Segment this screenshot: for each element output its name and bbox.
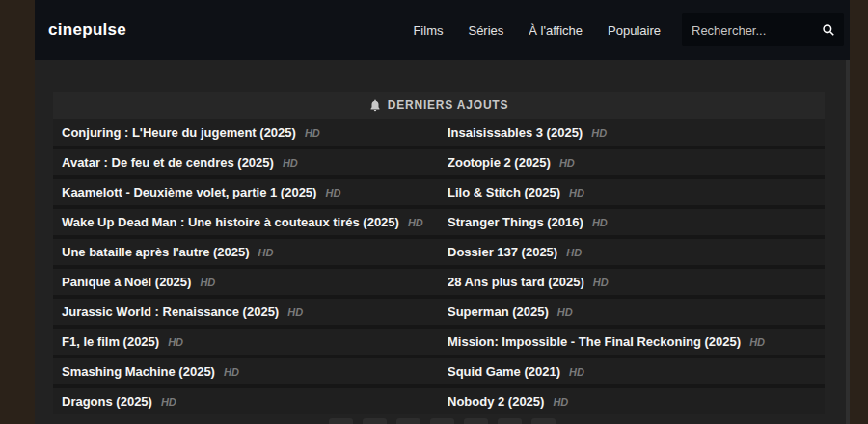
quality-badge: HD [566,247,582,258]
quality-badge: HD [287,306,303,318]
table-row: F1, le film (2025)HD Mission: Impossible… [53,329,825,355]
list-item[interactable]: Jurassic World : Renaissance (2025)HD [53,299,439,325]
list-item[interactable]: 28 Ans plus tard (2025)HD [439,269,825,295]
list-item[interactable]: Smashing Machine (2025)HD [53,358,439,384]
list-item[interactable]: Panique à Noël (2025)HD [53,269,439,295]
bell-icon [369,99,381,112]
quality-badge: HD [593,277,609,288]
table-row: Avatar : De feu et de cendres (2025)HD Z… [53,149,825,175]
movie-title: Kaamelott - Deuxième volet, partie 1 (20… [62,185,316,199]
listing-rows: Conjuring : L'Heure du jugement (2025)HD… [53,119,825,414]
list-item[interactable]: Avatar : De feu et de cendres (2025)HD [53,149,439,175]
site-logo[interactable]: cinepulse [48,20,126,40]
pagination-button[interactable] [396,418,420,424]
pagination-button[interactable] [498,418,522,424]
search-box[interactable] [682,13,844,46]
site-window: cinepulse Films Séries À l'affiche Popul… [35,0,850,424]
list-item[interactable]: Dragons (2025)HD [53,388,439,414]
movie-title: Mission: Impossible - The Final Reckonin… [448,334,741,349]
quality-badge: HD [258,247,274,258]
pagination-button[interactable] [363,418,387,424]
quality-badge: HD [553,396,568,408]
quality-badge: HD [569,187,584,199]
movie-title: F1, le film (2025) [62,334,159,349]
section-header: DERNIERS AJOUTS [53,92,825,119]
table-row: Conjuring : L'Heure du jugement (2025)HD… [53,119,825,146]
quality-badge: HD [591,127,607,139]
quality-badge: HD [161,396,176,408]
pagination [35,418,850,424]
search-input[interactable] [692,23,821,38]
table-row: Panique à Noël (2025)HD 28 Ans plus tard… [53,269,825,295]
list-item[interactable]: Insaisissables 3 (2025)HD [439,119,825,146]
movie-title: Stranger Things (2016) [448,215,583,229]
pagination-button[interactable] [531,418,556,424]
movie-title: 28 Ans plus tard (2025) [448,275,584,289]
table-row: Jurassic World : Renaissance (2025)HD Su… [53,299,825,325]
list-item[interactable]: Zootopie 2 (2025)HD [439,149,825,175]
quality-badge: HD [557,306,573,318]
main-nav: Films Séries À l'affiche Populaire [413,23,661,38]
movie-title: Avatar : De feu et de cendres (2025) [62,155,274,170]
search-icon[interactable] [821,22,836,38]
movie-title: Squid Game (2021) [448,364,560,379]
latest-additions-panel: DERNIERS AJOUTS Conjuring : L'Heure du j… [53,92,825,414]
pagination-button[interactable] [430,418,454,424]
table-row: Wake Up Dead Man : Une histoire à coutea… [53,209,825,235]
list-item[interactable]: F1, le film (2025)HD [53,329,439,355]
quality-badge: HD [200,277,215,288]
nav-populaire[interactable]: Populaire [608,23,661,38]
quality-badge: HD [283,157,298,169]
nav-a-laffiche[interactable]: À l'affiche [529,23,583,38]
quality-badge: HD [749,336,765,348]
nav-films[interactable]: Films [413,23,443,38]
site-header: cinepulse Films Séries À l'affiche Popul… [35,0,850,60]
movie-title: Smashing Machine (2025) [62,364,215,379]
movie-title: Jurassic World : Renaissance (2025) [62,305,279,319]
movie-title: Zootopie 2 (2025) [448,155,551,170]
movie-title: Une bataille après l'autre (2025) [62,245,250,259]
list-item[interactable]: Nobody 2 (2025)HD [439,388,825,414]
main-content: DERNIERS AJOUTS Conjuring : L'Heure du j… [35,92,850,424]
table-row: Kaamelott - Deuxième volet, partie 1 (20… [53,179,825,205]
movie-title: Nobody 2 (2025) [448,394,544,409]
list-item[interactable]: Squid Game (2021)HD [439,358,825,384]
list-item[interactable]: Lilo & Stitch (2025)HD [439,179,825,205]
table-row: Smashing Machine (2025)HD Squid Game (20… [53,358,825,384]
quality-badge: HD [569,366,584,378]
table-row: Une bataille après l'autre (2025)HD Doss… [53,239,825,265]
desktop-background: cinepulse Films Séries À l'affiche Popul… [0,0,868,424]
quality-badge: HD [305,127,320,139]
movie-title: Insaisissables 3 (2025) [448,125,583,140]
list-item[interactable]: Wake Up Dead Man : Une histoire à coutea… [53,209,439,235]
movie-title: Wake Up Dead Man : Une histoire à coutea… [62,215,399,229]
list-item[interactable]: Conjuring : L'Heure du jugement (2025)HD [53,119,439,146]
quality-badge: HD [592,217,608,228]
list-item[interactable]: Mission: Impossible - The Final Reckonin… [439,329,825,355]
scrollbar[interactable] [846,60,850,424]
movie-title: Lilo & Stitch (2025) [448,185,560,199]
movie-title: Dragons (2025) [62,394,152,409]
movie-title: Panique à Noël (2025) [62,275,191,289]
list-item[interactable]: Superman (2025)HD [439,299,825,325]
quality-badge: HD [325,187,340,199]
nav-series[interactable]: Séries [468,23,503,38]
movie-title: Superman (2025) [448,305,549,319]
table-row: Dragons (2025)HD Nobody 2 (2025)HD [53,388,825,414]
quality-badge: HD [408,217,423,228]
quality-badge: HD [224,366,239,378]
section-title: DERNIERS AJOUTS [388,98,509,112]
list-item[interactable]: Kaamelott - Deuxième volet, partie 1 (20… [53,179,439,205]
movie-title: Conjuring : L'Heure du jugement (2025) [62,125,296,140]
quality-badge: HD [559,157,575,169]
pagination-button[interactable] [464,418,488,424]
list-item[interactable]: Une bataille après l'autre (2025)HD [53,239,439,265]
list-item[interactable]: Stranger Things (2016)HD [439,209,825,235]
pagination-button[interactable] [329,418,353,424]
quality-badge: HD [168,336,183,348]
list-item[interactable]: Dossier 137 (2025)HD [439,239,825,265]
movie-title: Dossier 137 (2025) [448,245,557,259]
